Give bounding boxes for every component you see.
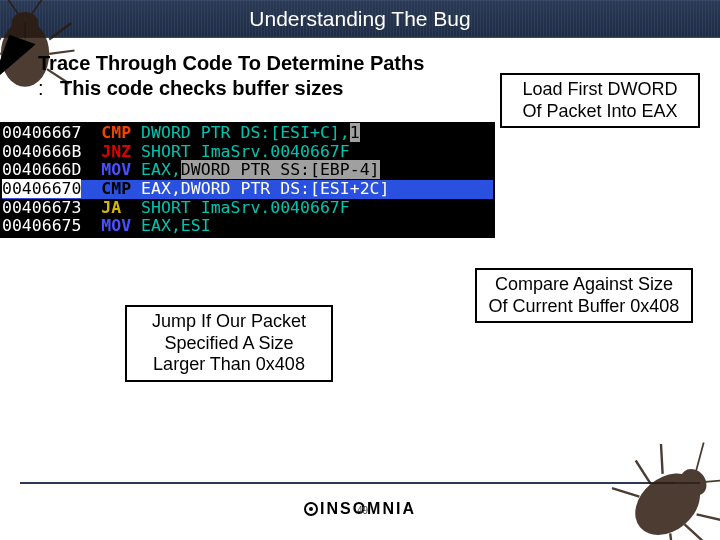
bullet-text: This code checks buffer sizes (60, 77, 343, 99)
asm-row: 00406673 JA SHORT ImaSrv.0040667F (2, 199, 493, 218)
callout-load-dword: Load First DWORD Of Packet Into EAX (500, 73, 700, 128)
asm-row: 00406675 MOV EAX,ESI (2, 217, 493, 236)
footer-divider (20, 482, 675, 484)
disassembly-listing: 00406667 CMP DWORD PTR DS:[ESI+C],1 0040… (0, 122, 495, 238)
slide-title-bar: Understanding The Bug (0, 0, 720, 38)
page-number: 49 (357, 505, 368, 516)
asm-row: 00406667 CMP DWORD PTR DS:[ESI+C],1 (2, 124, 493, 143)
bullet-char: : (38, 77, 60, 100)
slide-title: Understanding The Bug (249, 7, 470, 31)
roach-decoration-bottom (590, 413, 720, 540)
asm-row: 0040666D MOV EAX,DWORD PTR SS:[EBP-4] (2, 161, 493, 180)
subtitle: Trace Through Code To Determine Paths (38, 52, 700, 75)
callout-compare-size: Compare Against Size Of Current Buffer 0… (475, 268, 693, 323)
asm-row: 0040666B JNZ SHORT ImaSrv.0040667F (2, 143, 493, 162)
callout-jump-if: Jump If Our Packet Specified A Size Larg… (125, 305, 333, 382)
asm-row-selected: 00406670 CMP EAX,DWORD PTR DS:[ESI+2C] (2, 180, 493, 199)
